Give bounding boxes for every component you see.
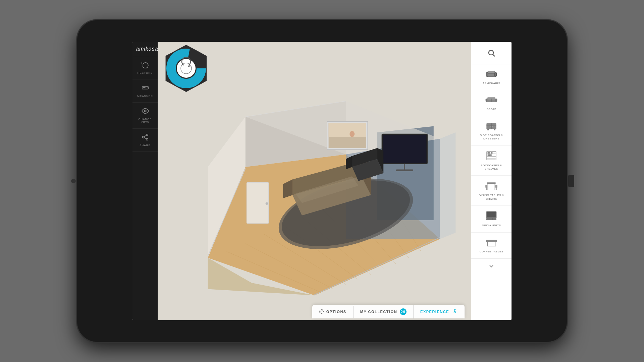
compass-widget[interactable]	[164, 44, 208, 90]
panel-bottom	[471, 258, 512, 274]
svg-rect-87	[487, 183, 495, 184]
options-label: OPTIONS	[326, 310, 346, 314]
coffee-tables-label: COFFEE TABLES	[479, 250, 503, 253]
measure-label: MEASURE	[137, 95, 153, 98]
svg-rect-64	[486, 73, 488, 76]
svg-rect-92	[495, 185, 497, 188]
tab-options[interactable]: OPTIONS	[312, 306, 354, 318]
svg-rect-95	[487, 212, 496, 218]
coffee-tables-icon	[485, 237, 498, 249]
sofas-icon	[485, 95, 498, 106]
svg-rect-77	[494, 129, 495, 130]
toolbar-item-change-view[interactable]: CHANGE VIEW	[132, 103, 158, 129]
svg-point-34	[350, 131, 355, 137]
restore-label: RESTORE	[138, 71, 153, 74]
dining-icon	[485, 180, 498, 192]
app-container: amikasa RESTORE	[132, 42, 512, 320]
my-collection-label: MY COLLECTION	[360, 310, 397, 314]
bottom-tabs: OPTIONS MY COLLECTION 29 EXPERIENCE	[312, 305, 465, 318]
collection-badge: 29	[400, 308, 407, 315]
scroll-down-button[interactable]	[487, 262, 495, 270]
svg-point-5	[144, 110, 146, 112]
svg-rect-83	[489, 152, 490, 154]
svg-rect-90	[485, 185, 487, 188]
svg-point-13	[177, 59, 196, 78]
svg-point-57	[321, 311, 322, 312]
svg-point-8	[146, 138, 148, 140]
chevron-down-icon	[488, 263, 495, 269]
svg-rect-69	[495, 99, 497, 102]
armchairs-label: ARMCHAIRS	[483, 82, 500, 85]
svg-rect-96	[486, 218, 496, 220]
svg-point-6	[146, 134, 148, 136]
tablet-frame: amikasa RESTORE	[77, 20, 567, 342]
tab-experience[interactable]: EXPERIENCE	[414, 305, 465, 318]
toolbar-item-share[interactable]: SHARE	[132, 129, 158, 152]
svg-rect-85	[488, 154, 490, 156]
category-sofas[interactable]: SOFAS	[471, 90, 512, 116]
share-label: SHARE	[140, 144, 151, 147]
share-icon	[142, 133, 149, 142]
svg-line-10	[144, 135, 146, 137]
category-dining[interactable]: DINING TABLES & CHAIRS	[471, 176, 512, 206]
svg-point-58	[454, 309, 455, 310]
sofas-label: SOFAS	[486, 108, 496, 111]
logo-area: amikasa	[132, 42, 158, 56]
toolbar-item-restore[interactable]: RESTORE	[132, 56, 158, 79]
measure-icon	[142, 84, 149, 93]
bottom-bar: OPTIONS MY COLLECTION 29 EXPERIENCE	[158, 303, 471, 320]
category-bookcases[interactable]: BOOKCASES & SHELVES	[471, 146, 512, 176]
armchairs-icon	[485, 69, 497, 80]
right-category-panel: ARMCHAIRS SOFAS	[471, 42, 512, 320]
main-content: OPTIONS MY COLLECTION 29 EXPERIENCE	[158, 42, 471, 320]
svg-point-7	[142, 136, 144, 138]
svg-rect-39	[247, 183, 269, 224]
left-toolbar: amikasa RESTORE	[132, 42, 158, 320]
svg-rect-63	[488, 71, 495, 73]
svg-rect-65	[495, 73, 497, 76]
svg-line-61	[493, 55, 495, 57]
svg-rect-86	[490, 154, 492, 156]
restore-icon	[142, 61, 149, 70]
svg-rect-84	[491, 152, 492, 154]
search-area	[471, 42, 512, 64]
svg-rect-33	[329, 123, 366, 137]
tablet-screen: amikasa RESTORE	[132, 42, 512, 320]
search-button[interactable]	[485, 47, 497, 59]
category-sideboards[interactable]: SIDE BOARDS & DRESSERS	[471, 116, 512, 146]
category-media[interactable]: MEDIA UNITS	[471, 206, 512, 232]
tablet-right-button	[568, 175, 574, 187]
svg-rect-76	[487, 129, 489, 130]
eye-icon	[142, 107, 149, 116]
media-label: MEDIA UNITS	[482, 224, 501, 227]
category-coffee-tables[interactable]: COFFEE TABLES	[471, 233, 512, 258]
toolbar-item-measure[interactable]: MEASURE	[132, 79, 158, 103]
experience-icon	[452, 308, 458, 315]
change-view-label: CHANGE VIEW	[134, 118, 156, 124]
svg-rect-82	[488, 152, 489, 154]
app-logo: amikasa	[136, 46, 158, 52]
bookcases-icon	[485, 150, 497, 163]
svg-point-41	[266, 202, 268, 205]
dining-label: DINING TABLES & CHAIRS	[475, 194, 508, 201]
svg-rect-99	[486, 240, 497, 242]
category-armchairs[interactable]: ARMCHAIRS	[471, 64, 512, 90]
search-icon	[487, 49, 495, 57]
sideboards-icon	[485, 121, 497, 132]
experience-label: EXPERIENCE	[420, 310, 449, 314]
svg-rect-68	[486, 99, 487, 102]
sideboards-label: SIDE BOARDS & DRESSERS	[475, 134, 508, 141]
svg-point-60	[489, 50, 493, 55]
svg-rect-38	[396, 169, 413, 171]
tablet-camera	[71, 179, 76, 183]
tab-my-collection[interactable]: MY COLLECTION 29	[354, 305, 414, 318]
svg-point-74	[490, 126, 491, 127]
options-icon	[319, 309, 324, 314]
svg-rect-36	[383, 135, 426, 163]
media-icon	[485, 210, 497, 223]
bookcases-label: BOOKCASES & SHELVES	[475, 164, 508, 171]
svg-point-75	[492, 126, 493, 127]
svg-marker-55	[440, 132, 456, 239]
svg-line-9	[144, 137, 146, 139]
